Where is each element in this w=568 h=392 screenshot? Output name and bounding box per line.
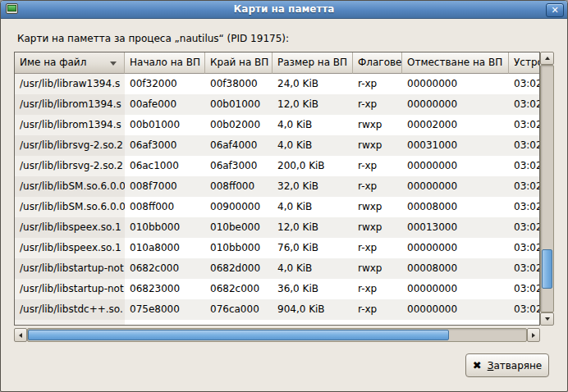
table-cell: 00f32000 bbox=[125, 74, 205, 94]
horizontal-scrollbar-track[interactable] bbox=[27, 328, 527, 342]
table-cell: rwxp bbox=[353, 258, 402, 279]
column-header[interactable]: Име на файл bbox=[15, 52, 125, 74]
table-cell: /usr/lib/libspeex.so.1 bbox=[15, 217, 125, 238]
table-cell: 06af3000 bbox=[205, 156, 273, 176]
table-cell: r-xp bbox=[353, 299, 402, 320]
scroll-up-button[interactable] bbox=[540, 52, 554, 65]
table-cell: 00900000 bbox=[205, 197, 273, 217]
table-cell: 010be000 bbox=[205, 217, 273, 238]
table-cell: 00afe000 bbox=[125, 94, 205, 115]
column-header[interactable]: Начало на ВП bbox=[125, 52, 205, 74]
table-cell: 0682c000 bbox=[125, 258, 205, 279]
arrow-down-icon bbox=[545, 317, 550, 321]
table-cell: 03:02 bbox=[509, 135, 539, 156]
table-cell: 06af4000 bbox=[205, 135, 273, 156]
column-header[interactable]: Отместване на ВП bbox=[402, 52, 509, 74]
table-cell: 4,0 KiB bbox=[273, 197, 353, 217]
table-cell: 00b01000 bbox=[205, 94, 273, 115]
table-cell: 03:02 bbox=[509, 74, 539, 94]
table-cell: 010a8000 bbox=[125, 238, 205, 258]
table-row[interactable]: /usr/lib/libraw1394.s00f3200000f3800024,… bbox=[15, 74, 539, 94]
table-cell: r-xp bbox=[353, 279, 402, 299]
column-header-label: Край на ВП bbox=[210, 57, 268, 68]
table-cell: 03:02 bbox=[509, 94, 539, 115]
table-cell: 904,0 KiB bbox=[273, 299, 353, 320]
close-icon: ✕ bbox=[551, 5, 558, 16]
scroll-down-button[interactable] bbox=[540, 312, 554, 326]
table-cell: 03:02 bbox=[509, 279, 539, 299]
memory-maps-table: Име на файлНачало на ВПКрай на ВПРазмер … bbox=[14, 52, 540, 326]
table-row[interactable]: /usr/lib/libstartup-not0682c0000682d0004… bbox=[15, 258, 539, 279]
column-header[interactable]: Устро bbox=[509, 52, 539, 74]
table-cell: 00031000 bbox=[402, 135, 509, 156]
table-cell: 03:02 bbox=[509, 299, 539, 320]
column-header-label: Име на файл bbox=[20, 57, 86, 68]
table-row[interactable]: /usr/lib/librom1394.s00afe00000b0100012,… bbox=[15, 94, 539, 115]
horizontal-scrollbar-thumb[interactable] bbox=[28, 330, 449, 340]
table-cell: 00b01000 bbox=[125, 115, 205, 135]
vertical-scrollbar-thumb[interactable] bbox=[542, 249, 552, 289]
table-cell: 00000000 bbox=[402, 238, 509, 258]
table-cell: 06823000 bbox=[125, 279, 205, 299]
table-cell: 36,0 KiB bbox=[273, 279, 353, 299]
table-cell: 00000000 bbox=[402, 156, 509, 176]
table-cell: 00000000 bbox=[402, 176, 509, 197]
table-cell: 00000000 bbox=[402, 74, 509, 94]
arrow-up-icon bbox=[545, 57, 550, 60]
window-close-button[interactable]: ✕ bbox=[546, 3, 564, 17]
memory-maps-dialog: Карти на паметта ✕ Карти на паметта за п… bbox=[0, 0, 568, 392]
table-cell: 00000000 bbox=[402, 279, 509, 299]
vertical-scrollbar-track[interactable] bbox=[540, 65, 554, 312]
close-dialog-button[interactable]: ✖ Затваряне bbox=[465, 353, 549, 377]
table-cell: /usr/lib/librsvg-2.so.2 bbox=[15, 156, 125, 176]
table-cell: 03:02 bbox=[509, 176, 539, 197]
table-cell: 03:02 bbox=[509, 115, 539, 135]
scroll-left-button[interactable] bbox=[14, 328, 27, 342]
table-cell: rwxp bbox=[353, 197, 402, 217]
arrow-right-icon bbox=[532, 333, 535, 338]
table-cell: /usr/lib/libstartup-not bbox=[15, 258, 125, 279]
table-cell: 4,0 KiB bbox=[273, 135, 353, 156]
table-row[interactable]: /usr/lib/librom1394.s00b0100000b020004,0… bbox=[15, 115, 539, 135]
table-cell: /usr/lib/libSM.so.6.0.0 bbox=[15, 176, 125, 197]
column-header[interactable]: Флагове bbox=[353, 52, 402, 74]
table-row[interactable]: /usr/lib/libstdc++.so.075e8000076ca00090… bbox=[15, 299, 539, 320]
table-cell: /usr/lib/libspeex.so.1 bbox=[15, 238, 125, 258]
table-cell: 12,0 KiB bbox=[273, 217, 353, 238]
table-cell: 00000000 bbox=[402, 94, 509, 115]
table-row[interactable]: /usr/lib/librsvg-2.so.206ac100006af30002… bbox=[15, 156, 539, 176]
table-cell: 32,0 KiB bbox=[273, 176, 353, 197]
table-cell: 00013000 bbox=[402, 217, 509, 238]
table-row[interactable]: /usr/lib/libstartup-not068230000682c0003… bbox=[15, 279, 539, 299]
process-description-label: Карти на паметта за процеса „nautilus“ (… bbox=[17, 33, 289, 44]
table-cell: rwxp bbox=[353, 115, 402, 135]
table-cell: 200,0 KiB bbox=[273, 156, 353, 176]
table-cell: 24,0 KiB bbox=[273, 74, 353, 94]
table-cell: 00002000 bbox=[402, 115, 509, 135]
vertical-scrollbar[interactable] bbox=[540, 52, 554, 326]
table-cell: r-xp bbox=[353, 238, 402, 258]
table-cell: 075e8000 bbox=[125, 299, 205, 320]
table-cell: /usr/lib/libSM.so.6.0.0 bbox=[15, 197, 125, 217]
table-cell: 4,0 KiB bbox=[273, 258, 353, 279]
table-row[interactable]: /usr/lib/libspeex.so.1010a8000010bb00076… bbox=[15, 238, 539, 258]
table-cell: 03:02 bbox=[509, 156, 539, 176]
table-row[interactable]: /usr/lib/libSM.so.6.0.0008ff000009000004… bbox=[15, 197, 539, 217]
table-cell: rwxp bbox=[353, 135, 402, 156]
column-header[interactable]: Размер на ВП bbox=[273, 52, 353, 74]
titlebar[interactable]: Карти на паметта ✕ bbox=[1, 1, 567, 19]
system-monitor-icon bbox=[6, 3, 19, 16]
table-row[interactable]: /usr/lib/librsvg-2.so.206af300006af40004… bbox=[15, 135, 539, 156]
sort-descending-icon bbox=[110, 62, 117, 66]
table-row[interactable]: /usr/lib/libSM.so.6.0.0008f7000008ff0003… bbox=[15, 176, 539, 197]
table-cell: /usr/lib/libraw1394.s bbox=[15, 74, 125, 94]
table-cell: 008ff000 bbox=[205, 176, 273, 197]
table-cell: /usr/lib/librsvg-2.so.2 bbox=[15, 135, 125, 156]
table-cell: /usr/lib/librom1394.s bbox=[15, 115, 125, 135]
table-cell: r-xp bbox=[353, 176, 402, 197]
table-cell: 008ff000 bbox=[125, 197, 205, 217]
table-row[interactable]: /usr/lib/libspeex.so.1010bb000010be00012… bbox=[15, 217, 539, 238]
scroll-right-button[interactable] bbox=[527, 328, 540, 342]
horizontal-scrollbar[interactable] bbox=[14, 328, 540, 342]
column-header[interactable]: Край на ВП bbox=[205, 52, 273, 74]
